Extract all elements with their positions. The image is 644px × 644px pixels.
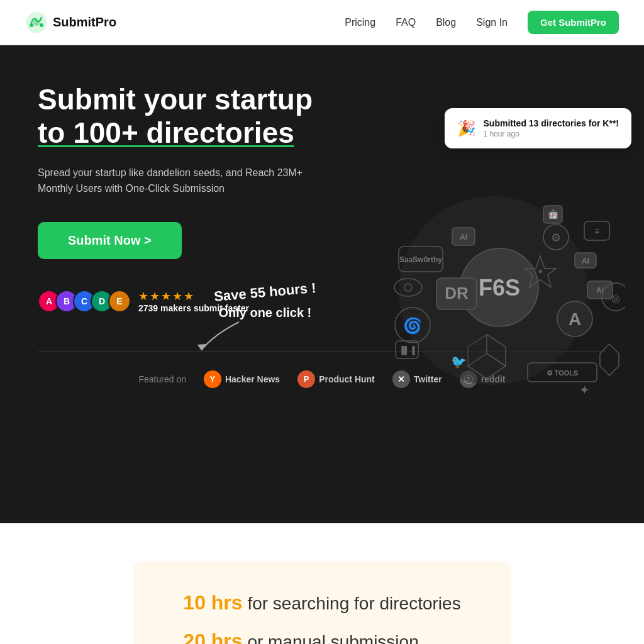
- nav-faq[interactable]: FAQ: [396, 17, 416, 28]
- notif-content: Submitted 13 directories for K**! 1 hour…: [484, 118, 619, 138]
- svg-text:≡: ≡: [594, 226, 599, 236]
- logo-text: SubmitPro: [53, 15, 116, 30]
- svg-text:🤖: 🤖: [548, 209, 559, 219]
- svg-text:◎: ◎: [611, 293, 620, 304]
- hero-section: 🎉 Submitted 13 directories for K**! 1 ho…: [0, 45, 644, 523]
- logo-icon: [25, 11, 48, 34]
- bottom-section: 10 hrs for searching for directories 20 …: [0, 523, 644, 644]
- hero-title: Submit your startup to 100+ directories: [38, 83, 314, 150]
- hours-1: 10 hrs: [183, 591, 242, 614]
- stat-text-2: or manual submission: [243, 632, 419, 644]
- svg-text:⚙: ⚙: [551, 231, 561, 244]
- directory-cloud: F6S SaaSw0rthy AI ⚙ ≡ DR AI A: [361, 171, 625, 410]
- submit-now-button[interactable]: Submit Now >: [38, 222, 182, 259]
- hero-title-line2: to 100+ directories: [38, 116, 294, 149]
- svg-text:★: ★: [538, 268, 543, 275]
- notification-card: 🎉 Submitted 13 directories for K**! 1 ho…: [445, 108, 632, 148]
- svg-text:SaaSw0rthy: SaaSw0rthy: [399, 255, 442, 264]
- svg-point-1: [33, 19, 40, 26]
- navbar: SubmitPro Pricing FAQ Blog Sign In Get S…: [0, 0, 644, 45]
- hours-2: 20 hrs: [183, 630, 242, 644]
- svg-text:F6S: F6S: [479, 275, 520, 301]
- nav-links: Pricing FAQ Blog Sign In Get SubmitPro: [345, 11, 619, 34]
- svg-marker-43: [197, 344, 206, 350]
- svg-text:🌀: 🌀: [403, 316, 422, 335]
- svg-point-2: [30, 23, 33, 27]
- logo[interactable]: SubmitPro: [25, 11, 116, 34]
- hackernews-label: Hacker News: [225, 374, 280, 384]
- one-click-text: Only one click !: [214, 306, 316, 320]
- get-submitpro-button[interactable]: Get SubmitPro: [528, 11, 619, 34]
- nav-pricing[interactable]: Pricing: [345, 17, 375, 28]
- hackernews-logo: Y: [204, 370, 221, 388]
- svg-text:⚙ TOOLS: ⚙ TOOLS: [547, 369, 579, 377]
- hero-subtitle: Spread your startup like dandelion seeds…: [38, 165, 314, 197]
- svg-text:AI: AI: [460, 233, 467, 242]
- notif-time: 1 hour ago: [484, 130, 619, 138]
- nav-blog[interactable]: Blog: [436, 17, 456, 28]
- stat-row-1: 10 hrs for searching for directories: [183, 591, 460, 614]
- svg-text:▐▌▐: ▐▌▐: [399, 346, 415, 355]
- notif-message: Submitted 13 directories for K**!: [484, 118, 619, 128]
- svg-marker-28: [600, 344, 619, 375]
- svg-text:DR: DR: [445, 284, 469, 303]
- stat-text-1: for searching for directories: [243, 594, 461, 613]
- featured-hackernews[interactable]: Y Hacker News: [204, 370, 280, 388]
- notif-emoji: 🎉: [457, 119, 476, 137]
- avatar: E: [108, 290, 131, 313]
- featured-label: Featured on: [138, 374, 186, 384]
- svg-text:✦: ✦: [579, 383, 590, 397]
- directory-cloud-svg: F6S SaaSw0rthy AI ⚙ ≡ DR AI A: [361, 171, 625, 410]
- hero-content: Submit your startup to 100+ directories …: [38, 83, 314, 313]
- svg-text:A: A: [569, 309, 581, 329]
- stats-card: 10 hrs for searching for directories 20 …: [133, 561, 511, 644]
- avatar-group: A B C D E: [38, 290, 131, 313]
- hero-title-line1: Submit your startup: [38, 83, 313, 116]
- producthunt-logo: P: [297, 370, 315, 388]
- svg-text:AI: AI: [582, 257, 589, 265]
- svg-point-3: [40, 23, 43, 27]
- nav-signin[interactable]: Sign In: [476, 17, 508, 28]
- save-hours-annotation: Save 55 hours ! Only one click !: [214, 284, 316, 320]
- svg-text:🐦: 🐦: [451, 354, 467, 369]
- stat-row-2: 20 hrs or manual submission: [183, 630, 460, 644]
